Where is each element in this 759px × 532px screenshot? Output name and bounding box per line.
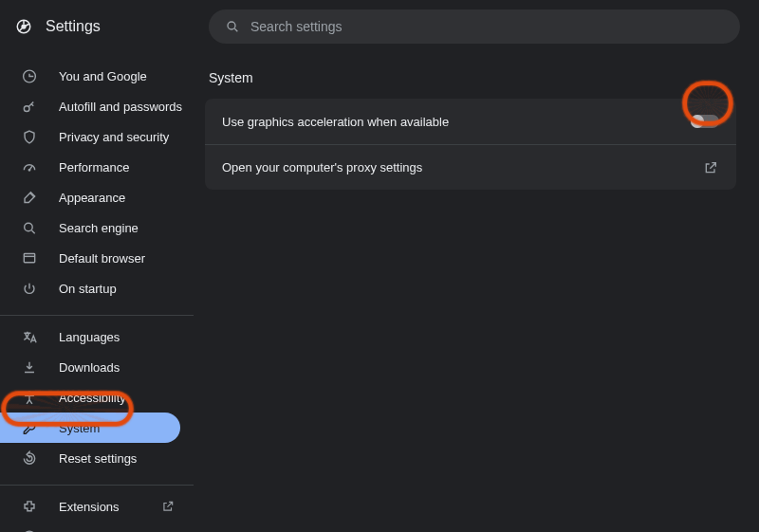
sidebar-item-label: You and Google — [59, 69, 194, 83]
svg-point-4 — [24, 105, 29, 111]
paint-icon — [21, 189, 38, 206]
search-container — [209, 9, 740, 44]
row-graphics-acceleration[interactable]: Use graphics acceleration when available — [205, 99, 736, 144]
key-icon — [21, 98, 38, 115]
extensions-icon — [21, 498, 38, 515]
download-icon — [21, 358, 38, 376]
divider — [0, 315, 194, 316]
page-title: Settings — [46, 18, 101, 35]
wrench-icon — [21, 419, 38, 436]
sidebar-item-on-startup[interactable]: On startup — [0, 273, 194, 303]
sidebar-item-privacy[interactable]: Privacy and security — [0, 121, 194, 152]
sidebar-item-label: Performance — [59, 160, 194, 174]
row-label: Use graphics acceleration when available — [222, 115, 449, 129]
sidebar-item-performance[interactable]: Performance — [0, 152, 194, 182]
sidebar-item-label: Appearance — [59, 191, 194, 205]
sidebar-item-about[interactable]: About Chrome — [0, 522, 194, 532]
sidebar-item-languages[interactable]: Languages — [0, 321, 194, 352]
sidebar-item-extensions[interactable]: Extensions — [0, 491, 194, 522]
settings-card: Use graphics acceleration when available… — [205, 99, 736, 190]
svg-point-6 — [25, 223, 33, 231]
body: You and Google Autofill and passwords Pr… — [0, 53, 759, 532]
sidebar-item-label: Accessibility — [59, 391, 194, 405]
sidebar-item-label: Privacy and security — [59, 130, 194, 144]
section-title: System — [209, 70, 736, 85]
sidebar-item-label: Default browser — [59, 251, 194, 266]
sidebar: You and Google Autofill and passwords Pr… — [0, 53, 194, 532]
svg-point-2 — [228, 22, 235, 29]
reset-icon — [21, 449, 38, 467]
search-icon — [224, 18, 241, 35]
sidebar-item-reset[interactable]: Reset settings — [0, 443, 194, 473]
magnifier-icon — [21, 219, 38, 236]
sidebar-item-label: Downloads — [59, 360, 194, 375]
chrome-logo-icon — [15, 18, 32, 35]
accessibility-icon — [21, 389, 38, 406]
main-content: System Use graphics acceleration when av… — [194, 53, 759, 532]
external-link-icon — [702, 159, 719, 176]
sidebar-item-label: Reset settings — [59, 451, 194, 466]
header: Settings — [0, 0, 759, 53]
svg-point-5 — [28, 169, 29, 170]
power-icon — [21, 280, 38, 297]
speedometer-icon — [21, 158, 38, 175]
divider — [0, 485, 194, 486]
sidebar-item-label: Languages — [59, 330, 194, 344]
sidebar-item-search-engine[interactable]: Search engine — [0, 212, 194, 243]
sidebar-item-label: Extensions — [59, 500, 139, 514]
sidebar-item-appearance[interactable]: Appearance — [0, 182, 194, 212]
chrome-icon — [21, 528, 38, 532]
svg-rect-7 — [24, 253, 34, 262]
sidebar-item-label: System — [59, 421, 180, 435]
sidebar-item-label: Autofill and passwords — [59, 100, 194, 114]
svg-point-8 — [28, 392, 31, 394]
toggle-graphics-acceleration[interactable] — [691, 115, 719, 128]
sidebar-item-label: Search engine — [59, 221, 194, 235]
sidebar-item-you-and-google[interactable]: You and Google — [0, 61, 194, 91]
brand: Settings — [15, 18, 194, 35]
shield-icon — [21, 128, 38, 145]
sidebar-item-default-browser[interactable]: Default browser — [0, 243, 194, 273]
search-input[interactable] — [250, 19, 725, 34]
sidebar-item-autofill[interactable]: Autofill and passwords — [0, 91, 194, 121]
languages-icon — [21, 328, 38, 345]
toggle-knob — [691, 115, 704, 128]
browser-icon — [21, 249, 38, 266]
search-box[interactable] — [209, 9, 740, 44]
external-link-icon — [159, 498, 176, 515]
sidebar-item-label: On startup — [59, 282, 194, 296]
google-icon — [21, 67, 38, 84]
sidebar-item-downloads[interactable]: Downloads — [0, 352, 194, 382]
row-proxy-settings[interactable]: Open your computer's proxy settings — [205, 144, 736, 190]
sidebar-item-system[interactable]: System — [0, 413, 180, 443]
row-label: Open your computer's proxy settings — [222, 160, 422, 174]
sidebar-item-accessibility[interactable]: Accessibility — [0, 382, 194, 413]
